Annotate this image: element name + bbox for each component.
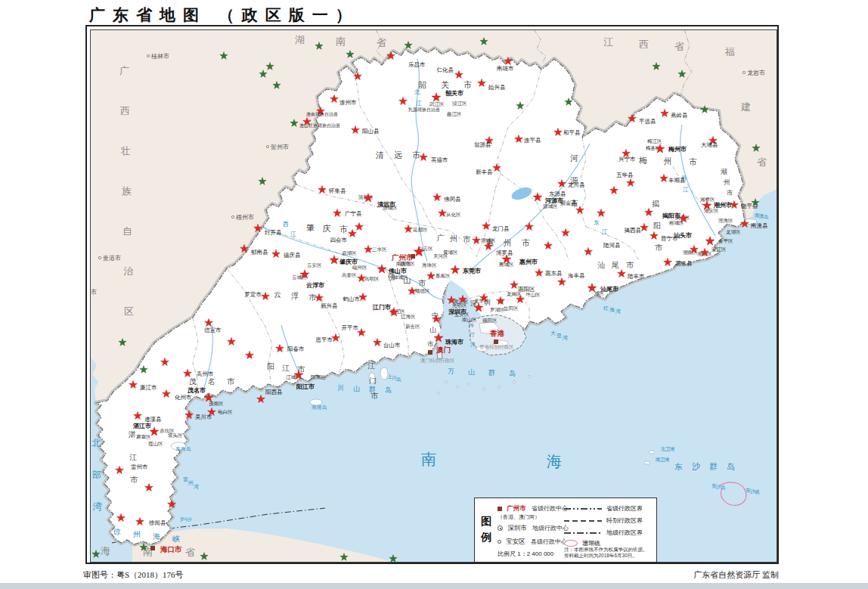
city-label: 怀集县 [328,188,346,194]
city-label: 和平县 [563,129,581,136]
district-label: 坡头区 [167,432,183,439]
city-label: 仁化县 [437,67,454,73]
city-label: 英德市 [431,157,448,163]
city-label: 紫金县 [560,200,578,206]
city-label: 韶关市 [445,89,463,97]
city-label: 江门市 [372,303,391,311]
city-dot [231,215,234,218]
district-label: 茂南区 [209,401,224,406]
city-label: 龙门县 [492,225,510,232]
region-label: 梅州市 [638,156,697,166]
provincial-boundary-icon [564,508,602,510]
sea-label: 海陵岛 [312,405,327,411]
city-label: 阳春市 [287,346,305,352]
district-label: 顺德区 [415,288,430,294]
district-label: 湘桥区 [700,197,715,203]
city-label: 东源县 [549,191,566,197]
city-label: 阳山县 [362,128,380,135]
city-label: 惠州市 [519,258,538,265]
approval-number: 审图号：粤S（2018）176号 [83,569,184,581]
legend-row-prefecture: 深圳市 地级行政中心 [498,524,569,533]
district-label: 濠江区 [711,246,727,253]
city-label: 平远县 [639,118,656,125]
city-label: 廉江市 [140,384,157,391]
sar-sublabel: 澳门特别行政区 [420,358,455,364]
city-label: 惠阳区 [518,286,535,293]
map-canvas: 韶关市清远市河源市梅州市潮州市揭阳市汕尾市惠州市广州市肇庆市云浮市佛山市江门市阳… [91,30,777,562]
city-dot [147,54,149,57]
city-label: 龙川县 [568,181,585,188]
city-label: 陆丰市 [628,273,645,280]
city-label: 连山壮族瑶族自治县 [299,122,340,129]
legend-lines: 省级行政区界 特别行政区界 地级行政区界 珊瑚礁 [564,503,643,548]
neighbor-city-label: 贺州市 [271,144,289,150]
legend-city-name: 深圳市 [507,524,527,532]
neighbor-city-label: 玉林市 [91,289,97,296]
city-label: 大埔县 [701,141,718,148]
city-label: 乐昌市 [408,61,426,68]
district-label: 澄海区 [718,218,733,224]
sar-boundary-icon [564,520,602,522]
district-label: 金平区 [718,238,733,243]
district-label: 黄埔区 [443,250,458,256]
legend-title: 图例 [481,513,493,545]
city-label: 封开县 [264,229,282,236]
city-label: 梅州市 [668,145,687,153]
city-label: 海丰县 [568,272,585,279]
city-label: 佛冈县 [444,196,461,203]
city-label: 恩平市 [315,336,333,343]
provincial-center-icon [498,507,502,511]
district-label: 三水区 [372,246,387,252]
capital-label: 澳门 [436,346,451,354]
city-label: 珠海市 [445,338,463,346]
capital-square-icon [150,546,155,550]
publisher: 广东省自然资源厅 监制 [693,569,779,581]
city-label: 南澳县 [750,222,768,229]
city-label: 汕尾市 [600,285,618,293]
city-label: 五华县 [616,172,634,178]
sea-label: 东海岛 [175,446,191,452]
district-label: 光明区 [452,302,467,308]
district-label: 坪山区 [525,292,541,297]
district-label: 禅城区 [393,274,408,280]
capital-label: 广州市 [391,253,414,262]
region-label: 韶关市 [418,80,472,89]
city-label: 惠来县 [675,260,693,267]
district-label: 盐田区 [504,305,519,312]
district-label: 电白区 [218,409,233,415]
city-label: 新兴县 [321,302,338,309]
city-label: 茂名市 [187,386,206,394]
region-label: 汕尾市 [597,261,634,269]
district-label: 新会区 [405,324,420,329]
city-label: 广宁县 [345,210,362,217]
city-label: 高州市 [197,370,214,377]
city-dot [98,256,101,259]
city-label: 信宜市 [204,327,222,333]
legend-city-name: 宝安区 [506,538,525,545]
county-center-icon [498,540,501,544]
district-label: 武江区 [429,101,445,107]
sea-label: 南卫滩 [656,457,670,463]
city-label: 博罗县 [496,250,513,256]
city-label: 乳源瑶族自治县 [408,107,440,113]
district-label: 番禺区 [436,273,451,279]
city-label: 罗定市 [245,291,262,298]
city-label: 揭西县 [625,227,642,234]
district-label: 阳东区 [311,374,326,380]
city-label: 云浮市 [306,281,324,289]
city-label: 郁南县 [251,249,268,256]
district-label: 云安区 [307,262,322,268]
district-label: 曲江区 [447,111,462,117]
city-label: 陆河县 [603,242,621,249]
capital-label: 香港 [489,329,505,337]
city-label: 阳江市 [296,383,315,390]
city-label: 阳西县 [265,389,283,395]
city-label: 新丰县 [476,169,493,175]
legend: 图例 广州市 省级行政中心（香港、澳门同） 深圳市 地级行政中心 宝安区 县级行… [474,498,657,563]
city-label: 兴宁市 [618,156,636,163]
region-label: 肇庆市 [306,223,348,234]
city-label: 连南瑶族自治县 [306,112,338,117]
city-label: 普宁市 [661,235,678,242]
city-label: 翁源县 [474,141,491,148]
capital-square-icon [428,350,432,355]
